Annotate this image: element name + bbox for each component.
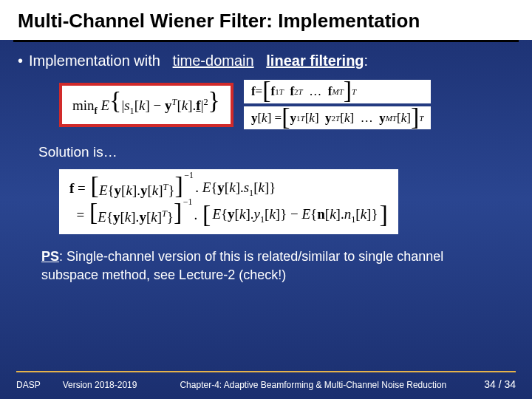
footer-chapter: Chapter-4: Adaptive Beamforming & Multi-…	[180, 380, 462, 390]
equation-y-def: y[k] = [y1T[k] y2T[k] … yMT[k]]T	[244, 106, 431, 130]
bullet-implementation: • Implementation with time-domain linear…	[18, 52, 514, 69]
footer-version: Version 2018-2019	[63, 380, 137, 390]
equation-definitions: f = [f1T f2T … fMT]T y[k] = [y1T[k] y2T[…	[244, 80, 431, 130]
footer-row: DASP Version 2018-2019 Chapter-4: Adapti…	[16, 378, 516, 390]
equation-solution-line2: = [E{y[k].y[k]T}]−1 . [ E{y[k].y1[k]} − …	[69, 202, 388, 228]
footer-page: 34 / 34	[484, 378, 516, 390]
equation-solution: f = [E{y[k].y[k]T}]−1 . E{y[k].s1[k]} = …	[59, 169, 398, 234]
footer: DASP Version 2018-2019 Chapter-4: Adapti…	[0, 371, 532, 399]
equation-row-main: minf E{|s1[k] − yT[k].f|2} f = [f1T f2T …	[59, 80, 514, 130]
equation-solution-line1: f = [E{y[k].y[k]T}]−1 . E{y[k].s1[k]}	[69, 175, 388, 202]
content-area: • Implementation with time-domain linear…	[0, 42, 532, 284]
bullet-underline-1: time-domain	[173, 52, 254, 69]
footer-rule	[16, 371, 516, 372]
equation-objective: minf E{|s1[k] − yT[k].f|2}	[59, 83, 233, 127]
solution-label: Solution is…	[38, 144, 514, 160]
bullet-dot-icon: •	[18, 52, 23, 69]
bullet-tail: :	[364, 52, 369, 69]
title-area: Multi-Channel Wiener Filter: Implementat…	[0, 0, 532, 40]
ps-note: PS: Single-channel version of this is re…	[41, 248, 499, 284]
bullet-underline-2: linear filtering	[266, 52, 364, 69]
slide: Multi-Channel Wiener Filter: Implementat…	[0, 0, 532, 399]
bullet-text: Implementation with time-domain linear f…	[29, 52, 368, 69]
ps-label: PS	[41, 249, 59, 264]
equation-f-def: f = [f1T f2T … fMT]T	[244, 80, 431, 103]
footer-course: DASP	[16, 380, 41, 390]
bullet-lead: Implementation with	[29, 52, 160, 69]
equation-solution-block: f = [E{y[k].y[k]T}]−1 . E{y[k].s1[k]} = …	[59, 169, 514, 234]
ps-text: : Single-channel version of this is rela…	[41, 249, 443, 282]
slide-title: Multi-Channel Wiener Filter: Implementat…	[18, 10, 517, 33]
eq-objective-text: minf E{|s1[k] − yT[k].f|2}	[72, 93, 220, 117]
